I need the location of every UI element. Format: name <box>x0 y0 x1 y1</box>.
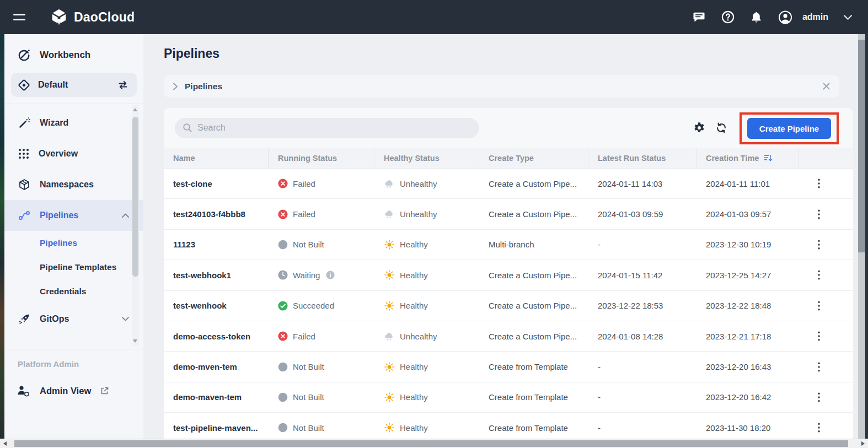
page-vertical-scrollbar[interactable] <box>858 34 865 439</box>
table-row[interactable]: test-webhook1WaitingHealthyCreate a Cust… <box>164 260 853 290</box>
kebab-menu-icon[interactable] <box>815 238 823 252</box>
sidebar-item-overview[interactable]: Overview <box>4 138 143 169</box>
column-header-name: Name <box>164 148 269 168</box>
kebab-menu-icon[interactable] <box>815 360 823 374</box>
create-type-cell: Multi-branch <box>479 230 588 260</box>
healthy-weather-icon <box>384 269 395 280</box>
healthy-status-cell: Healthy <box>374 352 479 381</box>
bell-icon[interactable] <box>749 10 764 24</box>
wand-icon <box>18 116 31 129</box>
menu-icon[interactable] <box>13 12 26 22</box>
table-row[interactable]: 11123Not BuiltHealthyMulti-branch-2023-1… <box>164 230 853 260</box>
pipeline-name[interactable]: test240103-f4bbb8 <box>164 199 269 229</box>
running-status-cell: Not Built <box>269 382 374 412</box>
pipeline-name[interactable]: 11123 <box>164 230 269 260</box>
workspace-selector[interactable]: Default <box>11 73 137 97</box>
page-title: Pipelines <box>164 46 219 61</box>
scroll-right-arrow[interactable] <box>861 441 865 446</box>
sidebar-subitem-pipelines[interactable]: Pipelines <box>4 231 143 255</box>
actions-cell <box>799 321 853 351</box>
table-row[interactable]: test-pipeline-maven...Not BuiltHealthyCr… <box>164 413 853 439</box>
chevron-up-icon[interactable] <box>122 213 129 218</box>
sidebar-subitem-pipeline-templates[interactable]: Pipeline Templates <box>4 255 143 279</box>
main-content: Pipelines Pipelines <box>143 34 858 448</box>
sidebar-item-pipelines[interactable]: Pipelines <box>4 200 143 231</box>
column-header-creation-time[interactable]: Creation Time <box>696 148 799 168</box>
scrollbar-thumb[interactable] <box>14 440 848 447</box>
latest-run-cell: - <box>588 413 696 439</box>
pipeline-name[interactable]: test-wenhook <box>164 291 269 321</box>
scrollbar-thumb[interactable] <box>132 117 138 277</box>
healthy-status-cell: Healthy <box>374 260 479 290</box>
healthy-weather-icon <box>384 392 395 403</box>
unhealthy-weather-icon <box>384 331 395 342</box>
healthy-status-cell: Healthy <box>374 413 479 439</box>
search-input[interactable] <box>197 123 471 133</box>
sort-descending-icon[interactable] <box>763 154 773 163</box>
table-row[interactable]: demo-maven-temNot BuiltHealthyCreate fro… <box>164 382 853 413</box>
swap-icon[interactable] <box>117 79 129 90</box>
sidebar-item-progressive-delivery-clipped[interactable]: Progressive Delivery <box>4 334 143 342</box>
sidebar-item-wizard[interactable]: Wizard <box>4 107 143 138</box>
latest-run-cell: 2024-01-03 09:59 <box>588 199 696 229</box>
create-type-cell: Create from Template <box>479 413 588 439</box>
kebab-menu-icon[interactable] <box>815 176 823 191</box>
help-icon[interactable] <box>721 10 735 24</box>
kebab-menu-icon[interactable] <box>815 268 823 282</box>
creation-time-cell: 2023-12-22 18:48 <box>696 291 799 321</box>
column-header-running-status: Running Status <box>269 148 374 168</box>
gear-icon[interactable] <box>693 122 705 134</box>
close-icon[interactable] <box>822 82 831 90</box>
actions-cell <box>799 291 853 321</box>
sidebar-item-gitops[interactable]: GitOps <box>4 304 143 334</box>
pipeline-name[interactable]: demo-mven-tem <box>164 352 269 381</box>
create-type-cell: Create from Template <box>479 382 588 412</box>
avatar[interactable] <box>778 10 792 24</box>
chat-icon[interactable] <box>692 10 706 24</box>
column-header-latest-run-status: Latest Run Status <box>588 148 696 168</box>
sidebar-item-workbench[interactable]: Workbench <box>4 43 143 67</box>
refresh-icon[interactable] <box>715 122 727 134</box>
sidebar-item-admin-view[interactable]: Admin View <box>4 384 143 397</box>
running-status-cell: Not Built <box>269 230 374 260</box>
scroll-left-arrow[interactable] <box>3 441 7 446</box>
actions-cell <box>799 382 853 412</box>
table-row[interactable]: test-cloneFailedUnhealthyCreate a Custom… <box>164 169 853 199</box>
sidebar-item-namespaces[interactable]: Namespaces <box>4 169 143 200</box>
creation-time-cell: 2024-01-11 11:01 <box>696 169 799 198</box>
create-pipeline-button[interactable]: Create Pipeline <box>747 118 831 139</box>
kebab-menu-icon[interactable] <box>815 329 823 343</box>
info-icon[interactable] <box>325 271 335 279</box>
search-box[interactable] <box>175 118 479 138</box>
table-row[interactable]: demo-mven-temNot BuiltHealthyCreate from… <box>164 352 853 382</box>
username: admin <box>802 12 828 22</box>
kebab-menu-icon[interactable] <box>815 207 823 222</box>
actions-cell <box>799 352 853 381</box>
breadcrumb-label[interactable]: Pipelines <box>185 82 222 91</box>
pipeline-name[interactable]: test-pipeline-maven... <box>164 413 269 439</box>
scrollbar-thumb[interactable] <box>858 40 865 252</box>
pipeline-name[interactable]: test-clone <box>164 169 269 198</box>
healthy-weather-icon <box>384 422 395 433</box>
notbuilt-status-icon <box>278 392 288 402</box>
healthy-status-cell: Unhealthy <box>374 169 479 198</box>
kebab-menu-icon[interactable] <box>815 390 823 404</box>
sidebar-subitem-credentials[interactable]: Credentials <box>4 279 143 304</box>
pipeline-name[interactable]: test-webhook1 <box>164 260 269 290</box>
table-row[interactable]: demo-access-tokenFailedUnhealthyCreate a… <box>164 321 853 352</box>
chevron-down-icon[interactable] <box>843 10 853 24</box>
page-horizontal-scrollbar[interactable] <box>0 439 868 448</box>
pipeline-name[interactable]: demo-access-token <box>164 321 269 351</box>
pipeline-name[interactable]: demo-maven-tem <box>164 382 269 412</box>
notbuilt-status-icon <box>278 240 288 250</box>
kebab-menu-icon[interactable] <box>815 420 823 435</box>
table-row[interactable]: test240103-f4bbb8FailedUnhealthyCreate a… <box>164 199 853 229</box>
kebab-menu-icon[interactable] <box>815 299 823 313</box>
table-row[interactable]: test-wenhookSucceededHealthyCreate a Cus… <box>164 291 853 321</box>
sidebar-scrollbar[interactable] <box>132 105 139 346</box>
chevron-down-icon[interactable] <box>122 317 129 321</box>
create-type-cell: Create a Custom Pipe... <box>479 199 588 229</box>
scroll-up-arrow[interactable] <box>133 108 137 111</box>
scroll-down-arrow[interactable] <box>133 339 137 343</box>
creation-time-cell: 2023-11-30 18:20 <box>696 413 799 439</box>
